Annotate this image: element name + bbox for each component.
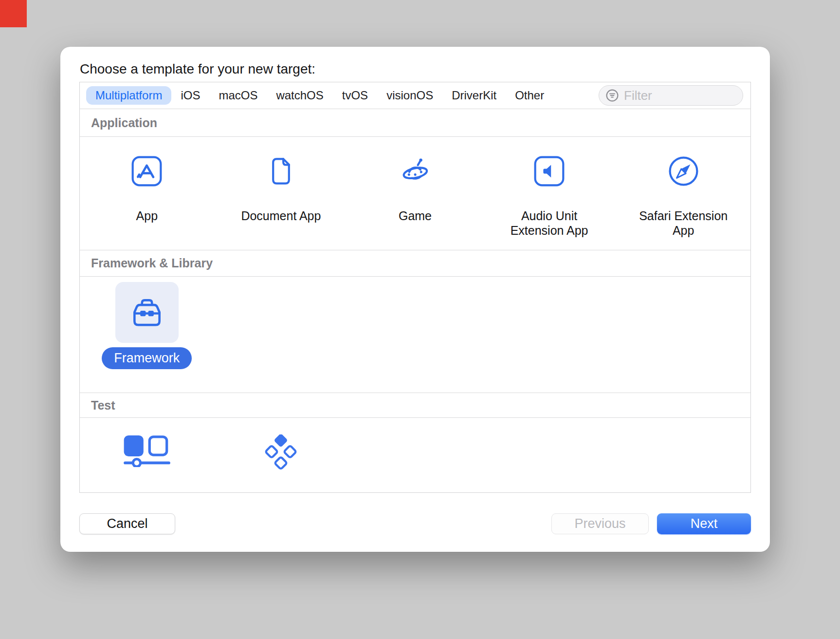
tab-macos[interactable]: macOS [209,86,267,105]
toolbox-icon [128,297,166,329]
unit-testing-diamonds-icon [264,434,298,471]
template-label: Safari Extension App [635,208,732,238]
previous-button[interactable]: Previous [551,513,649,534]
next-button[interactable]: Next [657,513,751,534]
screen: Choose a template for your new target: M… [0,0,840,639]
platform-tabs: Multiplatform iOS macOS watchOS tvOS vis… [86,86,599,105]
template-item-safari-extension-app[interactable]: Safari Extension App [616,137,750,250]
app-store-icon [130,155,163,188]
compass-icon [667,155,700,188]
template-item-document-app[interactable]: Document App [214,137,348,250]
template-item-game[interactable]: Game [348,137,482,250]
filter-field[interactable] [599,85,743,106]
dialog-title: Choose a template for your new target: [80,61,315,77]
template-chooser-panel: Multiplatform iOS macOS watchOS tvOS vis… [79,82,751,493]
tab-watchos[interactable]: watchOS [267,86,332,105]
template-item-app[interactable]: App [80,137,214,250]
tab-visionos[interactable]: visionOS [377,86,442,105]
test-items [80,418,750,493]
tab-other[interactable]: Other [506,86,553,105]
tab-ios[interactable]: iOS [171,86,209,105]
dialog-footer: Cancel Previous Next [79,513,751,534]
new-target-dialog: Choose a template for your new target: M… [60,47,770,552]
section-header-test: Test [80,393,750,418]
template-item-framework-selected[interactable]: Framework [80,277,214,393]
speaker-icon [533,155,566,188]
tab-multiplatform[interactable]: Multiplatform [86,86,171,105]
red-corner-marker [0,0,27,27]
framework-items: Framework [80,277,750,393]
section-header-framework-library: Framework & Library [80,250,750,277]
platform-tabbar: Multiplatform iOS macOS watchOS tvOS vis… [80,82,750,109]
tab-driverkit[interactable]: DriverKit [442,86,506,105]
template-label: Document App [241,208,321,223]
document-icon [265,155,297,188]
tab-tvos[interactable]: tvOS [333,86,377,105]
selected-item-tile [115,282,179,343]
template-label: Audio Unit Extension App [501,208,598,238]
application-items: App Document App [80,137,750,250]
template-item-unit-testing-bundle[interactable] [214,418,348,493]
cancel-button[interactable]: Cancel [79,513,175,534]
selected-item-label-pill: Framework [102,347,192,369]
template-label: App [136,208,158,223]
template-label: Game [399,208,432,223]
filter-input[interactable] [624,88,737,103]
template-item-audio-unit-extension-app[interactable]: Audio Unit Extension App [482,137,617,250]
template-item-ui-testing-bundle[interactable] [80,418,214,493]
ui-testing-slider-icon [124,434,170,467]
ufo-icon [397,155,433,188]
section-header-application: Application [80,109,750,137]
filter-icon [605,88,620,103]
